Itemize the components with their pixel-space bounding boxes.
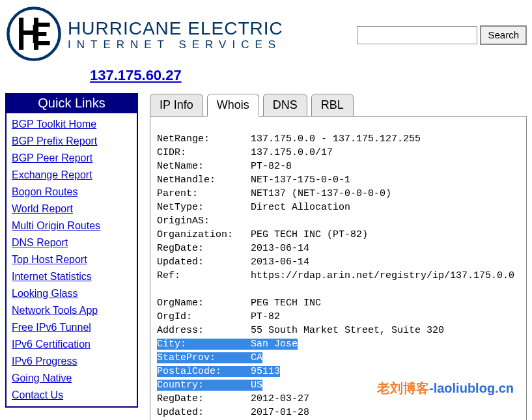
sidebar-link[interactable]: Multi Origin Routes <box>12 217 132 234</box>
sidebar-link[interactable]: World Report <box>12 201 132 217</box>
sidebar-link[interactable]: Network Tools App <box>12 302 132 319</box>
brand-title: HURRICANE ELECTRIC <box>68 20 283 38</box>
sidebar: Quick Links BGP Toolkit HomeBGP Prefix R… <box>5 93 138 408</box>
sidebar-title: Quick Links <box>7 94 137 113</box>
he-logo <box>5 5 63 64</box>
tab-panel-whois: NetRange: 137.175.0.0 - 137.175.127.255 … <box>150 117 527 420</box>
sidebar-link[interactable]: IPv6 Certification <box>12 336 132 353</box>
header: HURRICANE ELECTRIC INTERNET SERVICES Sea… <box>5 5 527 64</box>
page-title: 137.175.60.27 <box>90 67 527 84</box>
sidebar-link[interactable]: DNS Report <box>12 234 132 251</box>
search-input[interactable] <box>357 26 477 44</box>
tab-ip-info[interactable]: IP Info <box>150 94 203 117</box>
brand-subtitle: INTERNET SERVICES <box>68 39 283 50</box>
tab-rbl[interactable]: RBL <box>311 94 354 117</box>
sidebar-link[interactable]: Looking Glass <box>12 285 132 302</box>
sidebar-link[interactable]: BGP Toolkit Home <box>12 116 132 133</box>
content: IP InfoWhoisDNSRBL NetRange: 137.175.0.0… <box>150 93 527 420</box>
tab-dns[interactable]: DNS <box>263 94 307 117</box>
sidebar-link[interactable]: IPv6 Progress <box>12 353 132 370</box>
sidebar-link[interactable]: Top Host Report <box>12 251 132 268</box>
search-form: Search <box>357 25 527 45</box>
sidebar-link[interactable]: Exchange Report <box>12 167 132 184</box>
sidebar-link[interactable]: Contact Us <box>12 387 132 404</box>
search-button[interactable]: Search <box>480 25 527 45</box>
sidebar-link[interactable]: Free IPv6 Tunnel <box>12 319 132 336</box>
ip-link[interactable]: 137.175.60.27 <box>90 67 182 83</box>
sidebar-link[interactable]: BGP Prefix Report <box>12 133 132 150</box>
sidebar-link[interactable]: Going Native <box>12 370 132 387</box>
tab-whois[interactable]: Whois <box>207 94 259 117</box>
whois-output: NetRange: 137.175.0.0 - 137.175.127.255 … <box>157 132 520 420</box>
sidebar-link[interactable]: Bogon Routes <box>12 184 132 201</box>
sidebar-link[interactable]: Internet Statistics <box>12 268 132 285</box>
tab-bar: IP InfoWhoisDNSRBL <box>150 93 527 117</box>
sidebar-link[interactable]: BGP Peer Report <box>12 150 132 167</box>
logo-block: HURRICANE ELECTRIC INTERNET SERVICES <box>5 5 283 64</box>
